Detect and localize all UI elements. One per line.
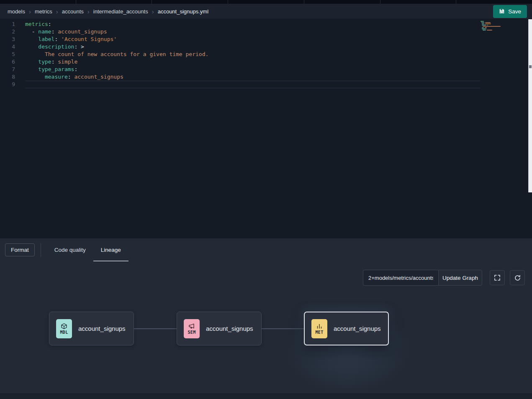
graph-selector-input[interactable] <box>363 270 438 286</box>
app-root: models › metrics › accounts › intermedia… <box>0 0 532 399</box>
line-content <box>25 81 480 88</box>
node-type-badge: MET <box>316 330 324 335</box>
breadcrumb-item-accounts[interactable]: accounts <box>62 8 84 15</box>
node-type-tile: MDL <box>56 319 72 338</box>
editor-scrollbar[interactable] <box>528 19 532 192</box>
editor-tab-stub[interactable] <box>304 0 380 4</box>
code-line[interactable]: 2 - name: account_signups <box>0 28 532 36</box>
line-number: 2 <box>0 28 15 36</box>
line-number: 6 <box>0 58 15 66</box>
line-content: label: 'Account Signups' <box>25 36 480 43</box>
divider <box>41 243 41 257</box>
chevron-right-icon: › <box>29 8 31 15</box>
lineage-edge <box>262 328 304 329</box>
line-number: 9 <box>0 81 15 88</box>
line-content: type_params: <box>25 66 480 73</box>
bar-chart-icon <box>316 323 323 330</box>
horizontal-scrollbar[interactable] <box>0 394 532 399</box>
editor-tab-stub[interactable] <box>456 0 532 4</box>
bottom-panel: Format Code quality Lineage Update Graph <box>0 238 532 399</box>
editor-tab-stub[interactable] <box>0 0 76 4</box>
lineage-node-sem-account_signups[interactable]: SEMaccount_signups <box>177 312 262 345</box>
breadcrumb-item-models[interactable]: models <box>8 8 25 15</box>
lineage-controls: Update Graph <box>363 270 525 286</box>
cube-icon <box>61 323 67 330</box>
breadcrumb-bar: models › metrics › accounts › intermedia… <box>0 4 532 19</box>
code-line[interactable]: 3 label: 'Account Signups' <box>0 36 532 43</box>
breadcrumb-item-metrics[interactable]: metrics <box>35 8 52 15</box>
line-number: 5 <box>0 51 15 58</box>
line-content: measure: account_signups <box>25 73 480 81</box>
line-content: description: > <box>25 43 480 51</box>
save-button[interactable]: Save <box>493 5 527 18</box>
refresh-icon <box>514 274 521 281</box>
lineage-edge <box>134 328 177 329</box>
graph-selector-group: Update Graph <box>363 270 482 286</box>
breadcrumb-item-file[interactable]: account_signups.yml <box>158 8 208 15</box>
scrollbar-marker <box>529 65 532 68</box>
line-number: 4 <box>0 43 15 51</box>
node-type-badge: SEM <box>188 330 196 335</box>
code-editor[interactable]: 1metrics:2 - name: account_signups3 labe… <box>0 19 532 238</box>
update-graph-button[interactable]: Update Graph <box>438 270 482 286</box>
editor-tab-stub[interactable] <box>152 0 228 4</box>
breadcrumb-item-intermediate-accounts[interactable]: intermediate_accounts <box>93 8 148 15</box>
panel-tab-bar: Format Code quality Lineage <box>0 238 532 261</box>
line-number: 1 <box>0 20 15 28</box>
format-button[interactable]: Format <box>5 243 35 256</box>
minimap[interactable] <box>481 21 507 32</box>
code-lines: 1metrics:2 - name: account_signups3 labe… <box>0 19 532 88</box>
code-line[interactable]: 8 measure: account_signups <box>0 73 532 81</box>
editor-tab-stub[interactable] <box>228 0 304 4</box>
node-label: account_signups <box>78 325 126 332</box>
lineage-node-met-account_signups[interactable]: METaccount_signups <box>304 312 389 345</box>
code-line[interactable]: 1metrics: <box>0 20 532 28</box>
save-icon <box>499 8 505 14</box>
node-type-badge: MDL <box>60 330 68 335</box>
window-tab-strip <box>0 0 532 4</box>
tab-lineage[interactable]: Lineage <box>93 238 129 261</box>
node-label: account_signups <box>206 325 253 332</box>
line-number: 7 <box>0 66 15 73</box>
editor-tab-stub[interactable] <box>76 0 152 4</box>
tab-code-quality[interactable]: Code quality <box>47 238 93 261</box>
line-content: The count of new accounts for a given ti… <box>25 51 480 58</box>
lineage-node-mdl-account_signups[interactable]: MDLaccount_signups <box>49 312 134 345</box>
chevron-right-icon: › <box>87 8 90 15</box>
editor-tab-stub[interactable] <box>380 0 457 4</box>
fullscreen-icon <box>494 274 501 281</box>
code-line[interactable]: 5 The count of new accounts for a given … <box>0 51 532 58</box>
code-line[interactable]: 9 <box>0 81 532 88</box>
line-number: 8 <box>0 73 15 81</box>
breadcrumb: models › metrics › accounts › intermedia… <box>8 8 208 15</box>
save-label: Save <box>508 8 521 15</box>
refresh-button[interactable] <box>510 270 525 285</box>
node-label: account_signups <box>334 325 381 332</box>
megaphone-icon <box>188 323 195 330</box>
code-line[interactable]: 6 type: simple <box>0 58 532 66</box>
node-type-tile: SEM <box>184 319 200 338</box>
node-type-tile: MET <box>311 319 327 338</box>
lineage-canvas[interactable]: Update Graph <box>0 261 532 394</box>
line-content: type: simple <box>25 58 480 66</box>
code-line[interactable]: 4 description: > <box>0 43 532 51</box>
fullscreen-button[interactable] <box>490 270 505 285</box>
line-number: 3 <box>0 36 15 43</box>
code-line[interactable]: 7 type_params: <box>0 66 532 73</box>
chevron-right-icon: › <box>152 8 154 15</box>
line-content: - name: account_signups <box>25 28 480 36</box>
line-content: metrics: <box>25 20 480 28</box>
chevron-right-icon: › <box>56 8 58 15</box>
